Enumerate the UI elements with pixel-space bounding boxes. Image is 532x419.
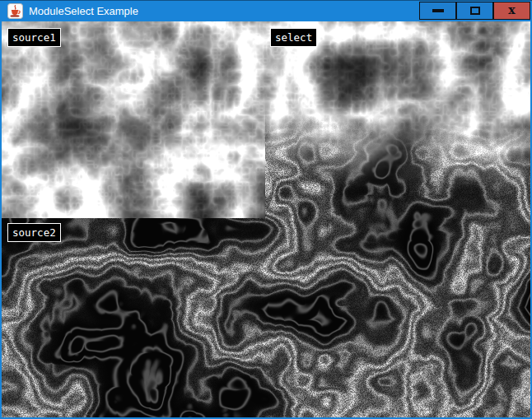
maximize-button[interactable]: [456, 2, 493, 20]
window-controls: x: [419, 2, 530, 20]
app-window: ModuleSelect Example x source1 select so…: [0, 0, 532, 419]
minimize-button[interactable]: [419, 2, 456, 20]
close-button[interactable]: x: [493, 2, 530, 20]
minimize-icon: [432, 9, 444, 12]
label-source1: source1: [7, 28, 61, 47]
label-select: select: [270, 28, 317, 47]
window-title: ModuleSelect Example: [29, 5, 138, 17]
maximize-icon: [470, 7, 480, 15]
titlebar[interactable]: ModuleSelect Example x: [0, 0, 532, 21]
noise-canvas: [2, 21, 530, 417]
close-icon: x: [508, 4, 515, 16]
label-source2: source2: [7, 223, 61, 242]
render-area: source1 select source2: [2, 21, 530, 417]
java-coffee-cup-icon[interactable]: [7, 3, 23, 19]
